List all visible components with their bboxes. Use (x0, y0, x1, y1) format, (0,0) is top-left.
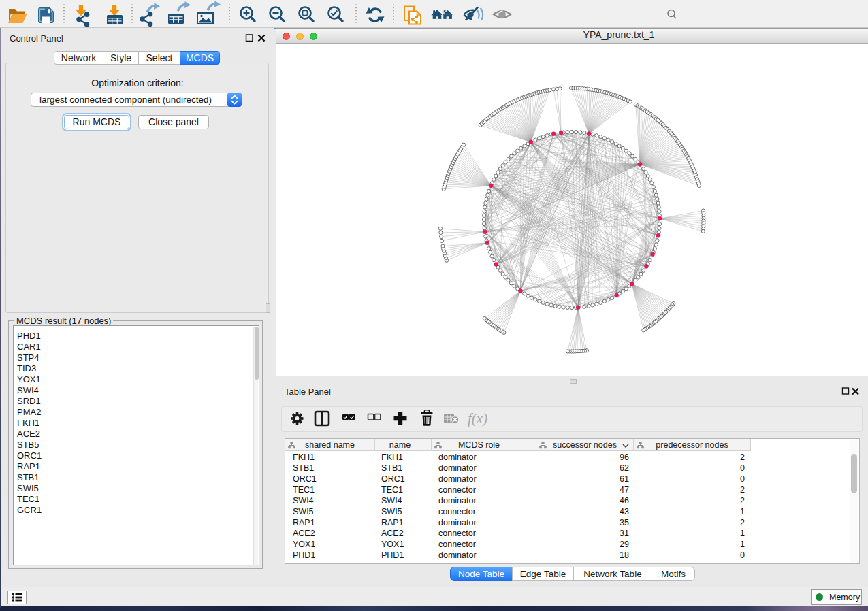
svg-text:f(x): f(x) (468, 410, 487, 427)
